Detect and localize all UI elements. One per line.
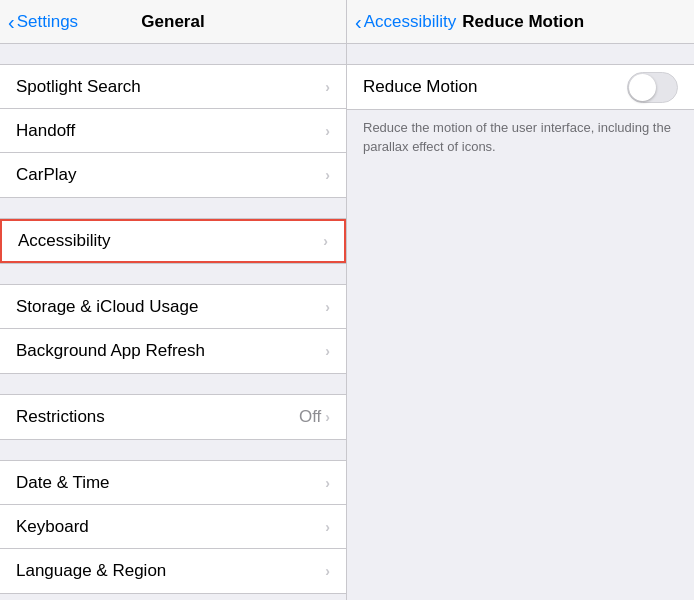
background-app-row[interactable]: Background App Refresh › <box>0 329 346 373</box>
right-content: Reduce Motion Reduce the motion of the u… <box>347 44 694 600</box>
restrictions-label: Restrictions <box>16 407 105 427</box>
handoff-label: Handoff <box>16 121 75 141</box>
datetime-label: Date & Time <box>16 473 110 493</box>
handoff-right: › <box>325 123 330 139</box>
settings-section-2: Accessibility › <box>0 218 346 264</box>
settings-section-4: Restrictions Off › <box>0 394 346 440</box>
back-to-accessibility-button[interactable]: ‹ Accessibility <box>355 12 456 32</box>
spotlight-chevron-icon: › <box>325 79 330 95</box>
settings-section-1: Spotlight Search › Handoff › CarPlay › <box>0 64 346 198</box>
right-panel: ‹ Accessibility Reduce Motion Reduce Mot… <box>347 0 694 600</box>
back-to-settings-button[interactable]: ‹ Settings <box>8 12 78 32</box>
spotlight-search-row[interactable]: Spotlight Search › <box>0 65 346 109</box>
keyboard-label: Keyboard <box>16 517 89 537</box>
back-chevron-icon: ‹ <box>8 12 15 32</box>
spotlight-search-right: › <box>325 79 330 95</box>
restrictions-right: Off › <box>299 407 330 427</box>
settings-section-5: Date & Time › Keyboard › Language & Regi… <box>0 460 346 594</box>
handoff-chevron-icon: › <box>325 123 330 139</box>
reduce-motion-section: Reduce Motion <box>347 64 694 110</box>
spotlight-search-label: Spotlight Search <box>16 77 141 97</box>
reduce-motion-description: Reduce the motion of the user interface,… <box>363 120 671 154</box>
background-app-right: › <box>325 343 330 359</box>
datetime-chevron-icon: › <box>325 475 330 491</box>
restrictions-value: Off <box>299 407 321 427</box>
keyboard-row[interactable]: Keyboard › <box>0 505 346 549</box>
page-title: General <box>141 12 204 32</box>
accessibility-label: Accessibility <box>18 231 111 251</box>
restrictions-row[interactable]: Restrictions Off › <box>0 395 346 439</box>
left-panel: ‹ Settings General Spotlight Search › Ha… <box>0 0 347 600</box>
language-row[interactable]: Language & Region › <box>0 549 346 593</box>
reduce-motion-description-area: Reduce the motion of the user interface,… <box>347 110 694 168</box>
left-settings-list: Spotlight Search › Handoff › CarPlay › <box>0 44 346 600</box>
right-back-chevron-icon: ‹ <box>355 12 362 32</box>
carplay-row[interactable]: CarPlay › <box>0 153 346 197</box>
storage-chevron-icon: › <box>325 299 330 315</box>
carplay-chevron-icon: › <box>325 167 330 183</box>
keyboard-chevron-icon: › <box>325 519 330 535</box>
carplay-label: CarPlay <box>16 165 76 185</box>
right-page-title: Reduce Motion <box>462 12 584 32</box>
right-header: ‹ Accessibility Reduce Motion <box>347 0 694 44</box>
datetime-row[interactable]: Date & Time › <box>0 461 346 505</box>
right-back-label: Accessibility <box>364 12 457 32</box>
accessibility-chevron-icon: › <box>323 233 328 249</box>
background-app-chevron-icon: › <box>325 343 330 359</box>
accessibility-right: › <box>323 233 328 249</box>
language-right: › <box>325 563 330 579</box>
restrictions-chevron-icon: › <box>325 409 330 425</box>
language-chevron-icon: › <box>325 563 330 579</box>
reduce-motion-label: Reduce Motion <box>363 77 477 97</box>
reduce-motion-toggle[interactable] <box>627 72 678 103</box>
storage-row[interactable]: Storage & iCloud Usage › <box>0 285 346 329</box>
storage-label: Storage & iCloud Usage <box>16 297 198 317</box>
back-settings-label: Settings <box>17 12 78 32</box>
settings-section-3: Storage & iCloud Usage › Background App … <box>0 284 346 374</box>
carplay-right: › <box>325 167 330 183</box>
toggle-knob <box>629 74 656 101</box>
left-header: ‹ Settings General <box>0 0 346 44</box>
accessibility-row[interactable]: Accessibility › <box>0 219 346 263</box>
keyboard-right: › <box>325 519 330 535</box>
handoff-row[interactable]: Handoff › <box>0 109 346 153</box>
storage-right: › <box>325 299 330 315</box>
spacer-1 <box>0 44 346 64</box>
datetime-right: › <box>325 475 330 491</box>
background-app-label: Background App Refresh <box>16 341 205 361</box>
language-label: Language & Region <box>16 561 166 581</box>
reduce-motion-row: Reduce Motion <box>347 65 694 109</box>
